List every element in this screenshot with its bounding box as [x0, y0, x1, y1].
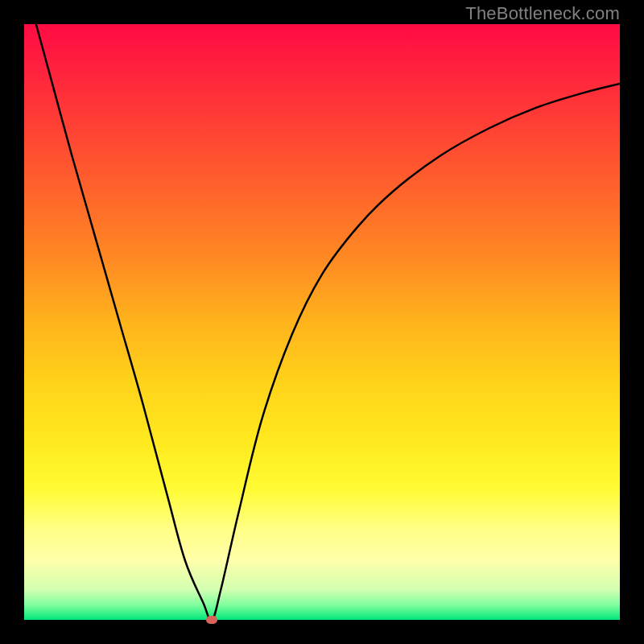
- bottleneck-curve: [24, 24, 620, 620]
- watermark-text: TheBottleneck.com: [465, 3, 620, 24]
- minimum-marker: [206, 616, 217, 624]
- plot-area: [24, 24, 620, 620]
